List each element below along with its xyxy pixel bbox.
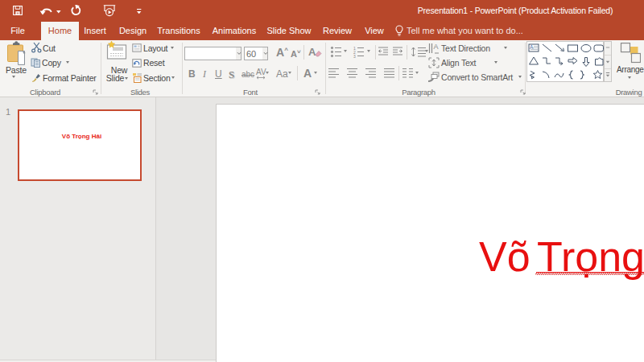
svg-text:A: A — [434, 43, 439, 51]
svg-text:3: 3 — [353, 54, 356, 59]
svg-text:A: A — [530, 44, 534, 50]
